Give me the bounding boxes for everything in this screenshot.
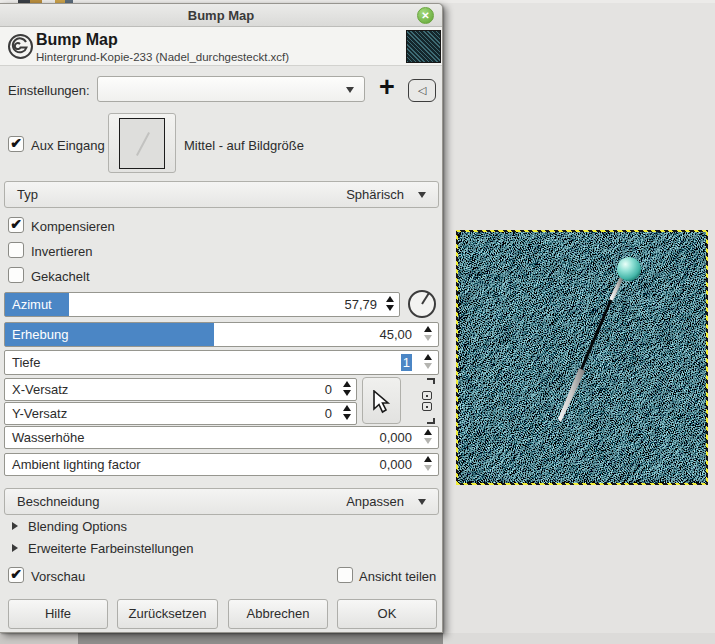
help-button[interactable]: Hilfe — [8, 599, 108, 629]
blending-options-expander[interactable]: Blending Options — [28, 519, 127, 534]
expander-triangle-icon[interactable] — [12, 544, 18, 552]
chevron-down-icon — [418, 499, 426, 505]
slider-label: X-Versatz — [12, 379, 68, 400]
spinner[interactable] — [343, 405, 351, 420]
spinner[interactable] — [424, 456, 432, 471]
chain-link-icon — [422, 402, 432, 411]
type-label: Typ — [17, 182, 38, 207]
aux-input-desc: Mittel - auf Bildgröße — [184, 138, 304, 153]
split-view-label: Ansicht teilen — [359, 569, 436, 584]
slider-value[interactable]: 0 — [325, 403, 332, 424]
chain-link-toggle[interactable] — [420, 378, 437, 424]
pick-offset-button[interactable] — [362, 377, 401, 424]
presets-label: Einstellungen: — [8, 83, 90, 98]
type-value: Sphärisch — [346, 182, 404, 207]
window-behind-edge — [78, 633, 443, 644]
presets-combobox[interactable] — [97, 76, 365, 102]
title-bar[interactable]: Bump Map ✕ — [0, 4, 442, 27]
spinner[interactable] — [386, 296, 394, 311]
slider-value[interactable]: 57,79 — [344, 293, 377, 316]
advanced-color-expander[interactable]: Erweiterte Farbeinstellungen — [28, 541, 193, 556]
preview-label: Vorschau — [31, 569, 85, 584]
close-button[interactable]: ✕ — [417, 7, 434, 24]
spinner[interactable] — [424, 326, 432, 341]
spinner[interactable] — [343, 381, 351, 396]
slider-label: Azimut — [12, 293, 52, 316]
chain-link-icon — [422, 391, 432, 400]
window-title: Bump Map — [0, 4, 442, 27]
slider-label: Wasserhöhe — [12, 427, 85, 448]
slider-label: Y-Versatz — [12, 403, 67, 424]
background-strip — [443, 633, 715, 644]
slider-value[interactable]: 0,000 — [379, 427, 412, 448]
y-offset-slider[interactable]: Y-Versatz 0 — [4, 402, 357, 425]
slider-label: Erhebung — [12, 323, 68, 346]
invert-label: Invertieren — [31, 244, 92, 259]
depth-slider[interactable]: Tiefe 1 — [4, 350, 439, 375]
background-strip — [0, 633, 78, 644]
split-view-checkbox[interactable] — [337, 567, 353, 583]
slider-label: Ambient lighting factor — [12, 454, 141, 475]
reset-button[interactable]: Zurücksetzen — [117, 599, 218, 629]
type-dropdown[interactable]: Typ Sphärisch — [4, 181, 439, 208]
aux-input-thumbnail-button[interactable] — [108, 113, 176, 173]
chevron-down-icon — [346, 87, 354, 93]
bump-map-dialog: Bump Map ✕ Bump Map Hintergrund-Kopie-23… — [0, 3, 443, 633]
chevron-down-icon — [418, 192, 426, 198]
import-export-settings-button[interactable]: ◁ — [408, 79, 436, 102]
tiled-checkbox[interactable] — [8, 267, 24, 283]
preview-checkbox[interactable] — [8, 567, 24, 583]
ambient-slider[interactable]: Ambient lighting factor 0,000 — [4, 453, 439, 476]
expander-triangle-icon[interactable] — [12, 522, 18, 530]
dialog-header: Bump Map Hintergrund-Kopie-233 (Nadel_du… — [0, 27, 442, 66]
waterlevel-slider[interactable]: Wasserhöhe 0,000 — [4, 426, 439, 449]
spinner[interactable] — [424, 354, 432, 369]
cancel-button[interactable]: Abbrechen — [228, 599, 328, 629]
clipping-label: Beschneidung — [17, 489, 99, 514]
elevation-slider[interactable]: Erhebung 45,00 — [4, 322, 439, 347]
add-preset-button[interactable]: + — [379, 74, 395, 101]
azimuth-slider[interactable]: Azimut 57,79 — [4, 292, 400, 317]
layer-thumbnail — [406, 30, 441, 63]
x-offset-slider[interactable]: X-Versatz 0 — [4, 378, 357, 401]
aux-input-checkbox[interactable] — [8, 136, 24, 152]
chain-end-icon — [427, 378, 435, 384]
clipping-dropdown[interactable]: Beschneidung Anpassen — [4, 488, 439, 515]
slider-value[interactable]: 1 — [401, 354, 412, 371]
aux-thumbnail — [119, 118, 165, 169]
selection-marching-ants — [456, 230, 708, 485]
tiled-label: Gekachelt — [31, 269, 90, 284]
dialog-title: Bump Map — [36, 31, 118, 49]
azimuth-dial[interactable] — [406, 288, 438, 320]
slider-label: Tiefe — [12, 351, 40, 374]
compensate-label: Kompensieren — [31, 219, 115, 234]
cursor-icon — [372, 390, 392, 414]
slider-value[interactable]: 0,000 — [379, 454, 412, 475]
spinner[interactable] — [424, 429, 432, 444]
chain-end-icon — [427, 418, 435, 424]
clipping-value: Anpassen — [346, 489, 404, 514]
image-canvas[interactable] — [458, 232, 706, 483]
invert-checkbox[interactable] — [8, 242, 24, 258]
gimp-logo-icon — [7, 33, 34, 60]
dialog-subtitle: Hintergrund-Kopie-233 (Nadel_durchgestec… — [36, 51, 289, 63]
ok-button[interactable]: OK — [337, 599, 437, 629]
aux-input-label: Aux Eingang — [31, 138, 105, 153]
slider-value[interactable]: 45,00 — [379, 323, 412, 346]
slider-value[interactable]: 0 — [325, 379, 332, 400]
compensate-checkbox[interactable] — [8, 217, 24, 233]
